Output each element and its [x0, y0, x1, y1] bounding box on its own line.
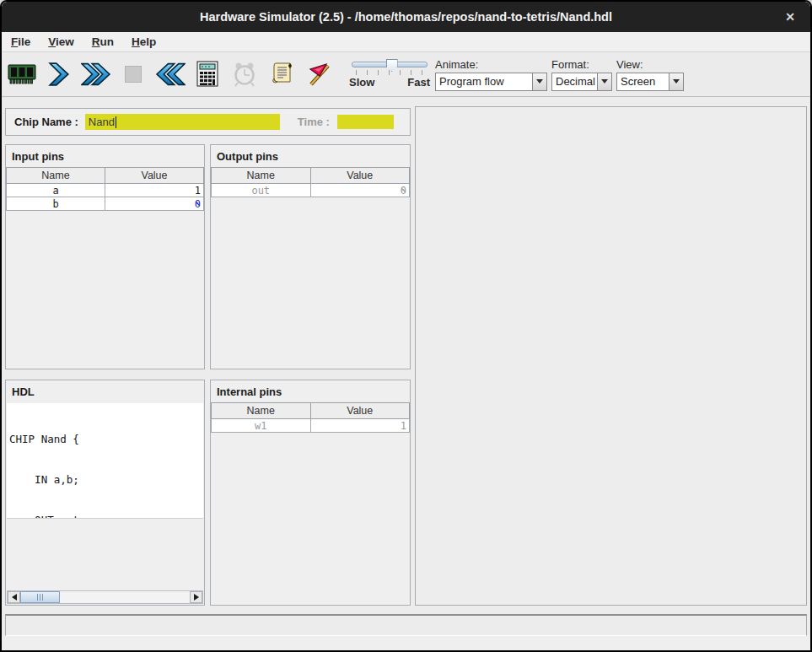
output-pins-title: Output pins [211, 145, 410, 167]
breakpoints-flag-icon [306, 62, 331, 87]
run-button[interactable] [78, 55, 115, 94]
internal-pins-header-value: Value [310, 403, 410, 419]
hdl-panel: HDL CHIP Nand { IN a,b; OUT out; PARTS: … [5, 380, 205, 606]
hdl-horizontal-scrollbar[interactable] [7, 590, 203, 604]
input-pins-header-value: Value [105, 168, 204, 184]
evaluate-button[interactable] [189, 55, 226, 94]
hdl-code-line: OUT out; [9, 514, 203, 519]
view-select[interactable]: Screen [616, 73, 684, 91]
menu-bar: File View Run Help [2, 32, 810, 52]
pin-value-b[interactable]: 0 [105, 197, 204, 211]
hdl-code-line: IN a,b; [9, 473, 203, 487]
hdl-title: HDL [6, 380, 204, 402]
stop-icon [125, 66, 142, 83]
animate-dropdown-button[interactable] [532, 73, 546, 90]
hdl-code-view[interactable]: CHIP Nand { IN a,b; OUT out; PARTS: And(… [7, 403, 203, 519]
pin-name-out: out [212, 184, 311, 197]
chip-name-input[interactable]: Nand [85, 114, 280, 130]
single-step-icon [48, 62, 70, 86]
animate-select[interactable]: Program flow [435, 73, 547, 91]
format-dropdown-button[interactable] [597, 73, 611, 90]
output-pins-header-name: Name [212, 168, 311, 184]
menu-file[interactable]: File [8, 35, 33, 48]
run-icon [81, 62, 111, 86]
window-title: Hardware Simulator (2.5) - /home/thomas/… [200, 10, 612, 24]
animate-label: Animate: [435, 58, 547, 71]
scrollbar-thumb[interactable] [20, 591, 60, 603]
menu-view[interactable]: View [46, 35, 77, 48]
close-icon[interactable]: ✕ [781, 8, 799, 26]
calculator-icon [195, 61, 220, 88]
title-bar: Hardware Simulator (2.5) - /home/thomas/… [2, 2, 810, 32]
chip-icon [7, 62, 37, 86]
menu-help[interactable]: Help [129, 35, 159, 48]
view-group: View: Screen [616, 58, 684, 91]
pin-value-a[interactable]: 1 [105, 184, 204, 197]
animate-group: Animate: Program flow [435, 58, 547, 91]
single-step-button[interactable] [40, 55, 78, 94]
internal-pins-panel: Internal pins Name Value w1 1 [210, 380, 411, 606]
screen-view-panel [415, 106, 807, 606]
text-caret [116, 116, 116, 128]
clock-icon [232, 62, 257, 87]
pin-name-a[interactable]: a [7, 184, 105, 197]
chip-header-panel: Chip Name : Nand Time : [5, 108, 411, 136]
internal-pins-header-name: Name [212, 403, 311, 419]
scroll-left-button[interactable] [8, 591, 20, 603]
breakpoints-button[interactable] [300, 55, 337, 94]
hdl-code-line: CHIP Nand { [9, 433, 203, 446]
input-pins-title: Input pins [6, 145, 204, 167]
triangle-right-icon [194, 594, 199, 601]
pin-name-w1: w1 [212, 419, 311, 433]
load-chip-button[interactable] [3, 55, 40, 94]
slider-fast-label: Fast [407, 76, 430, 89]
main-content: Chip Name : Nand Time : Input pins Name … [2, 97, 810, 614]
slider-slow-label: Slow [349, 76, 374, 89]
pin-value-w1: 1 [310, 419, 410, 433]
view-dropdown-button[interactable] [669, 73, 683, 90]
pin-name-b[interactable]: b [7, 197, 105, 211]
pin-value-out: 0 [310, 184, 410, 197]
script-icon [269, 61, 294, 88]
chevron-down-icon [673, 79, 680, 84]
view-script-button[interactable] [263, 55, 300, 94]
time-label: Time : [298, 116, 330, 128]
chevron-down-icon [536, 79, 543, 84]
view-label: View: [616, 58, 684, 71]
format-group: Format: Decimal [551, 58, 612, 91]
chevron-down-icon [601, 79, 608, 84]
stop-button [115, 55, 152, 94]
input-pins-header-name: Name [7, 168, 105, 184]
speed-slider-ticks [356, 70, 423, 75]
format-label: Format: [551, 58, 612, 71]
animate-selected-value: Program flow [436, 73, 532, 90]
table-row: b 0 [7, 197, 204, 211]
time-field [337, 115, 394, 129]
table-row: a 1 [7, 184, 204, 197]
format-select[interactable]: Decimal [551, 73, 612, 91]
table-row: out 0 [212, 184, 410, 197]
input-pins-table: Name Value a 1 b 0 [6, 167, 204, 211]
triangle-left-icon [12, 594, 17, 601]
format-selected-value: Decimal [552, 73, 597, 90]
footer-strip [2, 636, 810, 651]
toolbar: Slow Fast Animate: Program flow Format: … [2, 52, 810, 97]
output-pins-panel: Output pins Name Value out 0 [210, 144, 411, 369]
menu-run[interactable]: Run [89, 35, 116, 48]
scroll-right-button[interactable] [190, 591, 202, 603]
chip-name-label: Chip Name : [14, 116, 78, 128]
speed-slider-track[interactable] [352, 62, 428, 67]
internal-pins-table: Name Value w1 1 [211, 402, 410, 433]
status-bar [5, 614, 807, 636]
table-row: w1 1 [212, 419, 410, 433]
view-selected-value: Screen [617, 73, 669, 90]
clock-button [226, 55, 263, 94]
output-pins-table: Name Value out 0 [211, 167, 410, 197]
reset-icon [155, 62, 186, 86]
reset-button[interactable] [152, 55, 189, 94]
input-pins-panel: Input pins Name Value a 1 b 0 [5, 144, 205, 369]
hardware-simulator-window: Hardware Simulator (2.5) - /home/thomas/… [0, 0, 812, 652]
output-pins-header-value: Value [310, 168, 410, 184]
speed-slider[interactable]: Slow Fast [349, 60, 430, 89]
internal-pins-title: Internal pins [211, 380, 410, 402]
